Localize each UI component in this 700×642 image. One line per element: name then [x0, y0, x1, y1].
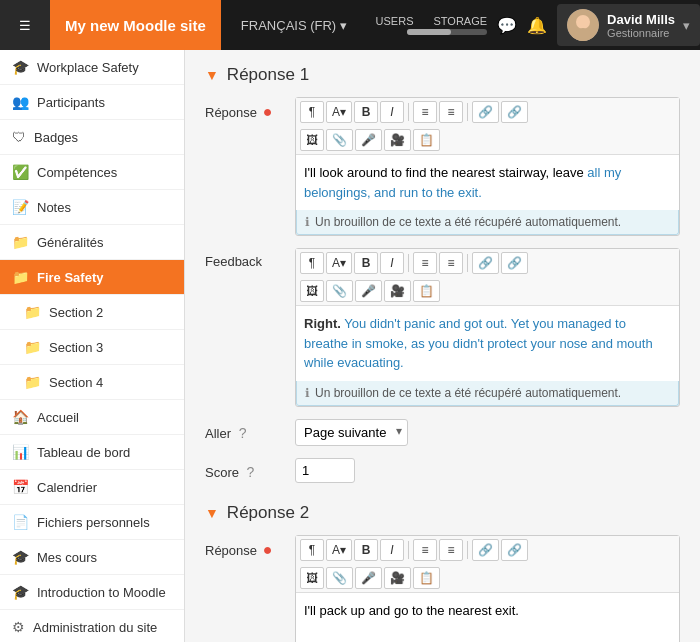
toolbar-ol-btn-f[interactable]: ≡ [439, 252, 463, 274]
reponse1-feedback-editor[interactable]: ¶ A▾ B I ≡ ≡ 🔗 🔗 [295, 248, 680, 407]
sidebar-label: Mes cours [37, 550, 97, 565]
sidebar-item-workplace-safety[interactable]: 🎓 Workplace Safety [0, 50, 184, 85]
reponse2-response-editor[interactable]: ¶ A▾ B I ≡ ≡ 🔗 🔗 [295, 535, 680, 642]
score-help-icon[interactable]: ? [247, 464, 255, 480]
sidebar-item-fichiers-personnels[interactable]: 📄 Fichiers personnels [0, 505, 184, 540]
reponse1-feedback-body[interactable]: Right. You didn't panic and got out. Yet… [296, 306, 679, 381]
sidebar-item-notes[interactable]: 📝 Notes [0, 190, 184, 225]
sidebar-item-section3[interactable]: 📁 Section 3 [0, 330, 184, 365]
toolbar-paste-btn[interactable]: 📋 [413, 129, 440, 151]
sidebar-item-mes-cours[interactable]: 🎓 Mes cours [0, 540, 184, 575]
bell-icon[interactable]: 🔔 [527, 16, 547, 35]
reponse1-response-body[interactable]: I'll look around to find the nearest sta… [296, 155, 679, 210]
toolbar-font-btn-f[interactable]: A▾ [326, 252, 352, 274]
toolbar-audio-btn-f[interactable]: 🎤 [355, 280, 382, 302]
aller-select[interactable]: Page suivante [295, 419, 408, 446]
sidebar-item-accueil[interactable]: 🏠 Accueil [0, 400, 184, 435]
sidebar: 🎓 Workplace Safety 👥 Participants 🛡 Badg… [0, 50, 185, 642]
sidebar-item-tableau-de-bord[interactable]: 📊 Tableau de bord [0, 435, 184, 470]
sidebar-item-competences[interactable]: ✅ Compétences [0, 155, 184, 190]
toolbar-font-btn-r2[interactable]: A▾ [326, 539, 352, 561]
sidebar-label: Notes [37, 200, 71, 215]
toolbar-attach-btn-f[interactable]: 📎 [326, 280, 353, 302]
toolbar-link-btn-r2[interactable]: 🔗 [472, 539, 499, 561]
sidebar-item-administration[interactable]: ⚙ Administration du site [0, 610, 184, 642]
toolbar-paragraph-btn[interactable]: ¶ [300, 101, 324, 123]
home-icon: 🏠 [12, 409, 29, 425]
folder-section4-icon: 📁 [24, 374, 41, 390]
toolbar-ul-btn-r2[interactable]: ≡ [413, 539, 437, 561]
graduation-icon: 🎓 [12, 59, 29, 75]
toolbar-unlink-btn[interactable]: 🔗 [501, 101, 528, 123]
sidebar-item-section2[interactable]: 📁 Section 2 [0, 295, 184, 330]
chat-icon[interactable]: 💬 [497, 16, 517, 35]
sidebar-item-calendrier[interactable]: 📅 Calendrier [0, 470, 184, 505]
site-logo[interactable]: My new Moodle site [50, 0, 221, 50]
toolbar-italic-btn-f[interactable]: I [380, 252, 404, 274]
toolbar-video-btn[interactable]: 🎥 [384, 129, 411, 151]
toolbar-italic-btn-r2[interactable]: I [380, 539, 404, 561]
reponse2-header: ▼ Réponse 2 [205, 503, 680, 523]
sidebar-item-introduction-moodle[interactable]: 🎓 Introduction to Moodle [0, 575, 184, 610]
hamburger-button[interactable]: ☰ [0, 0, 50, 50]
sidebar-label: Badges [34, 130, 78, 145]
sidebar-item-badges[interactable]: 🛡 Badges [0, 120, 184, 155]
sidebar-label: Section 3 [49, 340, 103, 355]
main-layout: 🎓 Workplace Safety 👥 Participants 🛡 Badg… [0, 50, 700, 642]
score-input[interactable] [295, 458, 355, 483]
main-content: ▼ Réponse 1 Réponse ● ¶ A▾ B [185, 50, 700, 642]
sidebar-item-section4[interactable]: 📁 Section 4 [0, 365, 184, 400]
folder-section3-icon: 📁 [24, 339, 41, 355]
reponse1-section: ▼ Réponse 1 Réponse ● ¶ A▾ B [205, 65, 680, 483]
sidebar-label: Participants [37, 95, 105, 110]
toolbar-link-btn[interactable]: 🔗 [472, 101, 499, 123]
folder-icon: 📁 [12, 234, 29, 250]
toolbar-audio-btn-r2[interactable]: 🎤 [355, 567, 382, 589]
language-selector[interactable]: FRANÇAIS (FR) ▾ [241, 18, 347, 33]
toolbar-paragraph-btn-f[interactable]: ¶ [300, 252, 324, 274]
toolbar-unlink-btn-f[interactable]: 🔗 [501, 252, 528, 274]
sidebar-item-generalites[interactable]: 📁 Généralités [0, 225, 184, 260]
toolbar-paste-btn-f[interactable]: 📋 [413, 280, 440, 302]
toolbar-bold-btn-r2[interactable]: B [354, 539, 378, 561]
toolbar-paragraph-btn-r2[interactable]: ¶ [300, 539, 324, 561]
toolbar-unlink-btn-r2[interactable]: 🔗 [501, 539, 528, 561]
users-icon: 👥 [12, 94, 29, 110]
reponse2-collapse-arrow[interactable]: ▼ [205, 505, 219, 521]
toolbar-bold-btn[interactable]: B [354, 101, 378, 123]
toolbar-paste-btn-r2[interactable]: 📋 [413, 567, 440, 589]
reponse2-title: Réponse 2 [227, 503, 309, 523]
toolbar-ul-btn[interactable]: ≡ [413, 101, 437, 123]
required-star: ● [263, 103, 273, 120]
score-label-text: Score [205, 465, 239, 480]
reponse1-feedback-row: Feedback ¶ A▾ B I ≡ ≡ [205, 248, 680, 407]
toolbar-image-btn-r2[interactable]: 🖼 [300, 567, 324, 589]
aller-label-text: Aller [205, 426, 231, 441]
toolbar-audio-btn[interactable]: 🎤 [355, 129, 382, 151]
toolbar-italic-btn[interactable]: I [380, 101, 404, 123]
toolbar-link-btn-f[interactable]: 🔗 [472, 252, 499, 274]
reponse1-feedback-label: Feedback [205, 248, 285, 407]
aller-help-icon[interactable]: ? [239, 425, 247, 441]
sidebar-item-fire-safety[interactable]: 📁 Fire Safety [0, 260, 184, 295]
reponse2-response-body[interactable]: I'll pack up and go to the nearest exit. [296, 593, 679, 642]
toolbar-font-btn[interactable]: A▾ [326, 101, 352, 123]
lang-label: FRANÇAIS (FR) [241, 18, 336, 33]
toolbar-video-btn-r2[interactable]: 🎥 [384, 567, 411, 589]
reponse1-title: Réponse 1 [227, 65, 309, 85]
toolbar-attach-btn-r2[interactable]: 📎 [326, 567, 353, 589]
topbar: ☰ My new Moodle site FRANÇAIS (FR) ▾ USE… [0, 0, 700, 50]
toolbar-video-btn-f[interactable]: 🎥 [384, 280, 411, 302]
reponse1-header: ▼ Réponse 1 [205, 65, 680, 85]
toolbar-attach-btn[interactable]: 📎 [326, 129, 353, 151]
toolbar-ul-btn-f[interactable]: ≡ [413, 252, 437, 274]
toolbar-image-btn[interactable]: 🖼 [300, 129, 324, 151]
user-menu[interactable]: David Mills Gestionnaire ▾ [557, 4, 700, 46]
toolbar-ol-btn-r2[interactable]: ≡ [439, 539, 463, 561]
toolbar-ol-btn[interactable]: ≡ [439, 101, 463, 123]
sidebar-item-participants[interactable]: 👥 Participants [0, 85, 184, 120]
reponse1-collapse-arrow[interactable]: ▼ [205, 67, 219, 83]
toolbar-bold-btn-f[interactable]: B [354, 252, 378, 274]
reponse1-response-editor[interactable]: ¶ A▾ B I ≡ ≡ 🔗 🔗 [295, 97, 680, 236]
toolbar-image-btn-f[interactable]: 🖼 [300, 280, 324, 302]
